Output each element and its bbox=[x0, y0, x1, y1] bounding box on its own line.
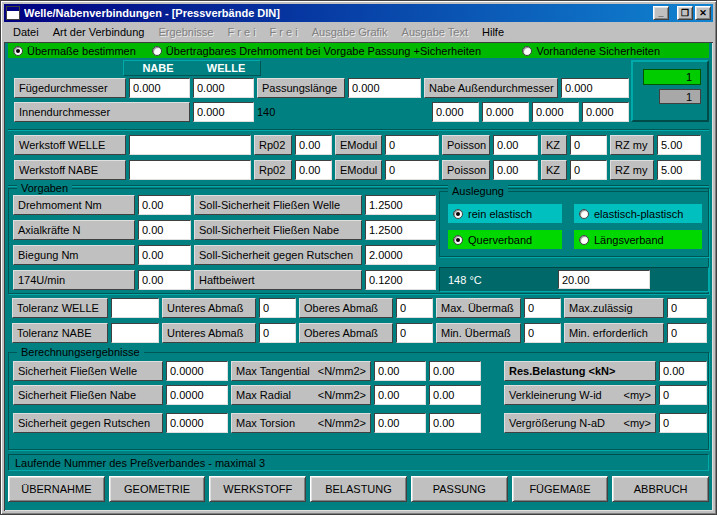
soll-fliessen-nabe-label: Soll-Sicherheit Fließen Nabe bbox=[194, 220, 362, 240]
min-erforderlich-input[interactable] bbox=[667, 323, 707, 343]
poisson-welle-input[interactable] bbox=[493, 135, 538, 155]
rz-my-label: RZ my bbox=[610, 135, 654, 155]
sicherheit-rutschen-input[interactable] bbox=[166, 413, 228, 433]
soll-rutschen-label: Soll-Sicherheit gegen Rutschen bbox=[194, 245, 362, 265]
min-erforderlich-label: Min. erforderlich bbox=[564, 323, 664, 343]
sicherheit-fliessen-welle-label: Sicherheit Fließen Welle bbox=[13, 361, 163, 381]
werkstoff-welle-name-input[interactable] bbox=[129, 135, 251, 155]
temperatur-input[interactable] bbox=[558, 270, 650, 289]
max-uebermass-input[interactable] bbox=[524, 298, 561, 318]
close-button[interactable]: ✕ bbox=[695, 6, 711, 20]
fuegedurchmesser-nabe-input[interactable] bbox=[129, 78, 190, 98]
res-belastung-input[interactable] bbox=[659, 361, 707, 381]
oberes-abmass-welle-input[interactable] bbox=[396, 298, 433, 318]
drehmoment-input[interactable] bbox=[138, 195, 191, 215]
max-zulaessig-input[interactable] bbox=[667, 298, 707, 318]
belastung-button[interactable]: BELASTUNG bbox=[310, 476, 407, 502]
minimize-button[interactable]: _ bbox=[653, 6, 669, 20]
rp02-welle-input[interactable] bbox=[295, 135, 332, 155]
fuegemasse-button[interactable]: FÜGEMAßE bbox=[512, 476, 609, 502]
rp02-nabe-input[interactable] bbox=[295, 160, 332, 180]
nabe-aussendurchmesser-input[interactable] bbox=[561, 78, 629, 98]
drehzahl-input[interactable] bbox=[138, 270, 191, 290]
unteres-abmass-nabe-input[interactable] bbox=[259, 323, 296, 343]
menu-item-hilfe[interactable]: Hilfe bbox=[475, 24, 511, 40]
max-torsion-label: Max Torsion <N/mm2> bbox=[231, 413, 371, 433]
poisson-nabe-input[interactable] bbox=[493, 160, 538, 180]
window-controls: _ ❐ ✕ bbox=[653, 6, 711, 20]
status-text: Laufende Nummer des Preßverbandes - maxi… bbox=[15, 457, 265, 469]
innendurchmesser-input[interactable] bbox=[193, 102, 254, 122]
soll-fliessen-nabe-input[interactable] bbox=[365, 220, 436, 240]
kz-welle-input[interactable] bbox=[570, 135, 607, 155]
max-torsion-input-1[interactable] bbox=[374, 413, 426, 433]
abbruch-button[interactable]: ABBRUCH bbox=[612, 476, 709, 502]
mode-uebertragbares-drehmoment[interactable]: Übertragbares Drehmoment bei Vorgabe Pas… bbox=[152, 45, 481, 57]
geometrie-button[interactable]: GEOMETRIE bbox=[109, 476, 206, 502]
passungslaenge-input[interactable] bbox=[348, 78, 421, 98]
soll-rutschen-input[interactable] bbox=[365, 245, 436, 265]
radio-icon bbox=[13, 46, 23, 56]
rz-my-nabe-input[interactable] bbox=[657, 160, 701, 180]
max-radial-input-2[interactable] bbox=[429, 385, 481, 405]
sicherheit-fliessen-nabe-input[interactable] bbox=[166, 385, 228, 405]
oberes-abmass-nabe-input[interactable] bbox=[396, 323, 433, 343]
welle-column-header: WELLE bbox=[192, 61, 260, 75]
menu-item-frei-1: F r e i bbox=[220, 24, 262, 40]
biegung-input[interactable] bbox=[138, 245, 191, 265]
max-radial-input-1[interactable] bbox=[374, 385, 426, 405]
biegung-row: Biegung Nm Soll-Sicherheit gegen Rutsche… bbox=[13, 245, 436, 265]
app-icon[interactable] bbox=[6, 6, 20, 20]
kz-nabe-input[interactable] bbox=[570, 160, 607, 180]
menubar: Datei Art der Verbindung Ergebnisse F r … bbox=[4, 22, 713, 42]
geometry-extra-input-4[interactable] bbox=[582, 102, 629, 122]
max-torsion-input-2[interactable] bbox=[429, 413, 481, 433]
option-laengsverband[interactable]: Längsverband bbox=[574, 230, 702, 249]
menu-item-datei[interactable]: Datei bbox=[6, 24, 46, 40]
geometry-extra-input-3[interactable] bbox=[532, 102, 579, 122]
menu-item-art-der-verbindung[interactable]: Art der Verbindung bbox=[46, 24, 152, 40]
unteres-abmass-label: Unteres Abmaß bbox=[162, 323, 256, 343]
option-querverband[interactable]: Querverband bbox=[448, 230, 562, 249]
unteres-abmass-welle-input[interactable] bbox=[259, 298, 296, 318]
geometry-extra-input-2[interactable] bbox=[482, 102, 529, 122]
passung-button[interactable]: PASSUNG bbox=[411, 476, 508, 502]
emodul-nabe-input[interactable] bbox=[385, 160, 439, 180]
mode-vorhandene-sicherheiten[interactable]: Vorhandene Sicherheiten bbox=[522, 45, 660, 57]
geometry-extra-input-1[interactable] bbox=[432, 102, 479, 122]
radio-icon bbox=[522, 46, 532, 56]
werkstoff-nabe-label: Werkstoff NABE bbox=[14, 160, 126, 180]
toleranz-welle-klasse-input[interactable] bbox=[111, 298, 159, 318]
option-elastisch-plastisch[interactable]: elastisch-plastisch bbox=[574, 204, 702, 223]
column-headers: NABE WELLE bbox=[123, 60, 261, 76]
drehzahl-label: 174U/min bbox=[13, 270, 135, 290]
axialkraefte-input[interactable] bbox=[138, 220, 191, 240]
max-tangential-input-1[interactable] bbox=[374, 361, 426, 381]
passungslaenge-label: Passungslänge bbox=[257, 78, 345, 98]
option-label: elastisch-plastisch bbox=[594, 208, 683, 220]
axialkraefte-label: Axialkräfte N bbox=[13, 220, 135, 240]
vergroesserung-input[interactable] bbox=[659, 413, 707, 433]
rz-my-welle-input[interactable] bbox=[657, 135, 701, 155]
geometry-row-1: Fügedurchmesser Passungslänge Nabe Außen… bbox=[14, 78, 629, 98]
werkstoff-button[interactable]: WERKSTOFF bbox=[209, 476, 306, 502]
vergroesserung-label: Vergrößerung N-aD <my> bbox=[504, 413, 656, 433]
nabe-column-header: NABE bbox=[124, 61, 192, 75]
max-tangential-input-2[interactable] bbox=[429, 361, 481, 381]
werkstoff-section: Werkstoff WELLE Rp02 EModul Poisson KZ R… bbox=[8, 132, 709, 184]
mode-uebermasse-bestimmen[interactable]: Übermaße bestimmen bbox=[13, 45, 136, 57]
sicherheit-fliessen-welle-input[interactable] bbox=[166, 361, 228, 381]
fuegedurchmesser-welle-input[interactable] bbox=[193, 78, 254, 98]
emodul-welle-input[interactable] bbox=[385, 135, 439, 155]
option-rein-elastisch[interactable]: rein elastisch bbox=[448, 204, 562, 223]
werkstoff-nabe-name-input[interactable] bbox=[129, 160, 251, 180]
soll-fliessen-welle-input[interactable] bbox=[365, 195, 436, 215]
min-uebermass-input[interactable] bbox=[524, 323, 561, 343]
emodul-label: EModul bbox=[335, 135, 382, 155]
toleranz-nabe-klasse-input[interactable] bbox=[111, 323, 159, 343]
maximize-button[interactable]: ❐ bbox=[677, 6, 693, 20]
haftbeiwert-label: Haftbeiwert bbox=[194, 270, 362, 290]
verkleinerung-input[interactable] bbox=[659, 385, 707, 405]
uebernahme-button[interactable]: ÜBERNAHME bbox=[8, 476, 105, 502]
haftbeiwert-input[interactable] bbox=[365, 270, 436, 290]
